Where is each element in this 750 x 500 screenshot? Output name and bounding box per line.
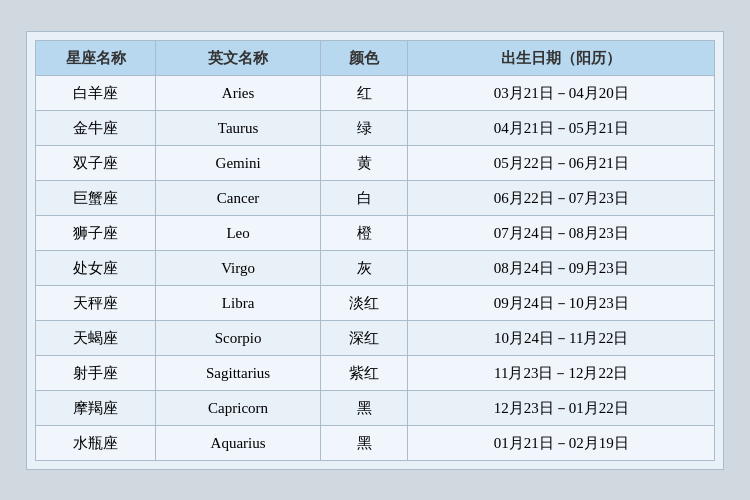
cell-en: Aquarius bbox=[156, 425, 320, 460]
cell-date: 05月22日－06月21日 bbox=[408, 145, 715, 180]
table-row: 金牛座Taurus绿04月21日－05月21日 bbox=[36, 110, 715, 145]
cell-en: Capricorn bbox=[156, 390, 320, 425]
cell-color: 黑 bbox=[320, 390, 408, 425]
cell-cn: 射手座 bbox=[36, 355, 156, 390]
table-row: 射手座Sagittarius紫红11月23日－12月22日 bbox=[36, 355, 715, 390]
cell-color: 红 bbox=[320, 75, 408, 110]
header-date: 出生日期（阳历） bbox=[408, 40, 715, 75]
cell-date: 07月24日－08月23日 bbox=[408, 215, 715, 250]
cell-color: 灰 bbox=[320, 250, 408, 285]
zodiac-table-container: 星座名称 英文名称 颜色 出生日期（阳历） 白羊座Aries红03月21日－04… bbox=[26, 31, 724, 470]
cell-en: Cancer bbox=[156, 180, 320, 215]
zodiac-table: 星座名称 英文名称 颜色 出生日期（阳历） 白羊座Aries红03月21日－04… bbox=[35, 40, 715, 461]
table-row: 白羊座Aries红03月21日－04月20日 bbox=[36, 75, 715, 110]
cell-date: 06月22日－07月23日 bbox=[408, 180, 715, 215]
cell-date: 08月24日－09月23日 bbox=[408, 250, 715, 285]
table-row: 巨蟹座Cancer白06月22日－07月23日 bbox=[36, 180, 715, 215]
table-row: 狮子座Leo橙07月24日－08月23日 bbox=[36, 215, 715, 250]
table-header-row: 星座名称 英文名称 颜色 出生日期（阳历） bbox=[36, 40, 715, 75]
cell-cn: 天秤座 bbox=[36, 285, 156, 320]
cell-date: 01月21日－02月19日 bbox=[408, 425, 715, 460]
cell-en: Virgo bbox=[156, 250, 320, 285]
table-row: 天蝎座Scorpio深红10月24日－11月22日 bbox=[36, 320, 715, 355]
table-row: 天秤座Libra淡红09月24日－10月23日 bbox=[36, 285, 715, 320]
header-en: 英文名称 bbox=[156, 40, 320, 75]
cell-date: 11月23日－12月22日 bbox=[408, 355, 715, 390]
cell-cn: 巨蟹座 bbox=[36, 180, 156, 215]
table-row: 摩羯座Capricorn黑12月23日－01月22日 bbox=[36, 390, 715, 425]
cell-en: Taurus bbox=[156, 110, 320, 145]
cell-date: 09月24日－10月23日 bbox=[408, 285, 715, 320]
table-row: 水瓶座Aquarius黑01月21日－02月19日 bbox=[36, 425, 715, 460]
cell-cn: 双子座 bbox=[36, 145, 156, 180]
cell-date: 10月24日－11月22日 bbox=[408, 320, 715, 355]
cell-cn: 白羊座 bbox=[36, 75, 156, 110]
cell-color: 绿 bbox=[320, 110, 408, 145]
cell-en: Gemini bbox=[156, 145, 320, 180]
cell-cn: 水瓶座 bbox=[36, 425, 156, 460]
cell-color: 深红 bbox=[320, 320, 408, 355]
cell-color: 白 bbox=[320, 180, 408, 215]
cell-date: 04月21日－05月21日 bbox=[408, 110, 715, 145]
cell-date: 12月23日－01月22日 bbox=[408, 390, 715, 425]
cell-color: 黄 bbox=[320, 145, 408, 180]
table-row: 双子座Gemini黄05月22日－06月21日 bbox=[36, 145, 715, 180]
header-color: 颜色 bbox=[320, 40, 408, 75]
cell-en: Scorpio bbox=[156, 320, 320, 355]
cell-color: 紫红 bbox=[320, 355, 408, 390]
cell-cn: 天蝎座 bbox=[36, 320, 156, 355]
cell-en: Aries bbox=[156, 75, 320, 110]
cell-cn: 金牛座 bbox=[36, 110, 156, 145]
cell-cn: 处女座 bbox=[36, 250, 156, 285]
cell-cn: 狮子座 bbox=[36, 215, 156, 250]
cell-color: 黑 bbox=[320, 425, 408, 460]
header-cn: 星座名称 bbox=[36, 40, 156, 75]
cell-en: Sagittarius bbox=[156, 355, 320, 390]
cell-cn: 摩羯座 bbox=[36, 390, 156, 425]
cell-en: Leo bbox=[156, 215, 320, 250]
cell-date: 03月21日－04月20日 bbox=[408, 75, 715, 110]
cell-en: Libra bbox=[156, 285, 320, 320]
cell-color: 淡红 bbox=[320, 285, 408, 320]
table-row: 处女座Virgo灰08月24日－09月23日 bbox=[36, 250, 715, 285]
cell-color: 橙 bbox=[320, 215, 408, 250]
